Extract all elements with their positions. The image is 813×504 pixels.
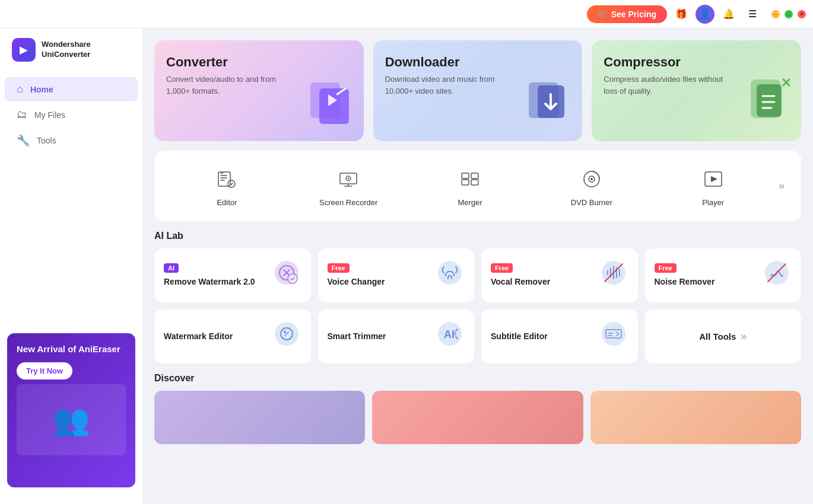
svg-point-27 — [284, 331, 286, 333]
svg-point-22 — [438, 261, 462, 285]
editor-icon — [212, 165, 241, 193]
promo-banner: New Arrival of AniEraser Try It Now 👥 — [7, 333, 135, 487]
ai-card-remove-watermark[interactable]: AI Remove Watermark 2.0 — [154, 248, 311, 302]
tool-player[interactable]: Player — [652, 160, 774, 212]
noise-remover-label: Noise Remover — [655, 276, 715, 287]
svg-point-31 — [602, 322, 625, 346]
sidebar-item-label: My Files — [34, 110, 65, 120]
discover-title: Discover — [154, 373, 801, 384]
gift-icon[interactable]: 🎁 — [672, 5, 691, 24]
tool-dvd-burner[interactable]: DVD Burner — [531, 160, 652, 212]
voice-changer-label: Voice Changer — [328, 276, 385, 287]
voice-changer-icon — [435, 258, 465, 293]
merger-icon — [456, 165, 484, 193]
all-tools-arrow: » — [741, 330, 747, 343]
discover-card-3[interactable] — [590, 391, 801, 444]
compressor-icon — [742, 74, 795, 135]
files-icon: 🗂 — [17, 109, 27, 121]
converter-card[interactable]: Converter Convert video/audio to and fro… — [154, 40, 364, 141]
ai-card-voice-changer[interactable]: Free Voice Changer — [318, 248, 475, 302]
downloader-card[interactable]: Downloader Download video and music from… — [373, 40, 583, 141]
free-badge: Free — [655, 263, 677, 273]
downloader-icon — [523, 74, 576, 135]
close-button[interactable]: ✕ — [798, 10, 806, 18]
smart-trimmer-label: Smart Trimmer — [328, 331, 386, 342]
screen-recorder-icon — [334, 165, 363, 193]
converter-icon — [304, 74, 358, 135]
svg-rect-30 — [453, 332, 456, 336]
ai-card-smart-trimmer[interactable]: Smart Trimmer AI — [318, 310, 475, 363]
subtitle-editor-label: Subtitle Editor — [491, 331, 548, 342]
feature-cards-row: Converter Convert video/audio to and fro… — [154, 40, 801, 141]
free-badge: Free — [328, 263, 350, 273]
svg-point-10 — [348, 178, 350, 180]
sidebar-item-home[interactable]: ⌂ Home — [5, 77, 138, 101]
screen-recorder-label: Screen Recorder — [319, 198, 377, 207]
smart-trimmer-icon: AI — [435, 319, 465, 354]
discover-card-1[interactable] — [154, 391, 365, 444]
compressor-desc: Compress audio/video files without loss … — [604, 74, 724, 97]
promo-image: 👥 — [17, 384, 126, 455]
ai-card-noise-remover[interactable]: Free Noise Remover — [645, 248, 802, 302]
tool-screen-recorder[interactable]: Screen Recorder — [288, 160, 409, 212]
player-label: Player — [702, 198, 724, 207]
compressor-card[interactable]: Compressor Compress audio/video files wi… — [592, 40, 801, 141]
player-icon — [699, 165, 728, 193]
subtitle-editor-icon — [599, 319, 628, 354]
discover-grid — [154, 391, 801, 444]
ai-card-watermark-editor[interactable]: Watermark Editor — [154, 310, 311, 363]
downloader-title: Downloader — [385, 55, 571, 70]
svg-rect-11 — [462, 173, 469, 178]
ai-lab-title: AI Lab — [154, 231, 801, 241]
sidebar-item-myfiles[interactable]: 🗂 My Files — [5, 103, 138, 127]
window-controls: – □ ✕ — [771, 10, 806, 18]
titlebar: 🛒 See Pricing 🎁 👤 🔔 ☰ – □ ✕ — [0, 0, 813, 28]
svg-rect-12 — [471, 173, 478, 178]
svg-rect-13 — [462, 180, 469, 185]
free-badge: Free — [491, 263, 513, 273]
menu-icon[interactable]: ☰ — [743, 5, 762, 24]
ai-card-all-tools[interactable]: All Tools » — [645, 310, 802, 363]
svg-rect-6 — [218, 172, 230, 186]
sidebar: ▶ Wondershare UniConverter ⌂ Home 🗂 My F… — [0, 28, 142, 504]
watermark-editor-icon — [272, 319, 301, 354]
user-icon[interactable]: 👤 — [696, 5, 714, 24]
converter-desc: Convert video/audio to and from 1,000+ f… — [166, 74, 287, 97]
ai-lab-grid: AI Remove Watermark 2.0 Free — [154, 248, 801, 363]
tool-editor[interactable]: Editor — [166, 160, 288, 212]
compressor-title: Compressor — [604, 55, 789, 70]
svg-rect-14 — [471, 180, 478, 185]
sidebar-logo: ▶ Wondershare UniConverter — [0, 38, 142, 76]
tools-more-button[interactable]: » — [774, 175, 789, 197]
tool-merger[interactable]: Merger — [409, 160, 531, 212]
promo-try-button[interactable]: Try It Now — [17, 362, 72, 379]
home-icon: ⌂ — [17, 83, 23, 95]
content-area: Converter Convert video/audio to and fro… — [142, 28, 813, 504]
sidebar-item-tools[interactable]: 🔧 Tools — [5, 128, 138, 153]
downloader-desc: Download video and music from 10,000+ vi… — [385, 74, 506, 97]
ai-badge: AI — [164, 263, 179, 273]
discover-card-2[interactable] — [372, 391, 583, 444]
svg-rect-5 — [757, 84, 782, 117]
dvd-burner-label: DVD Burner — [571, 198, 612, 207]
bell-icon[interactable]: 🔔 — [719, 5, 738, 24]
minimize-button[interactable]: – — [771, 10, 780, 18]
app-logo-icon: ▶ — [12, 38, 36, 62]
tools-row: Editor Screen Recorder — [154, 151, 801, 221]
main-layout: ▶ Wondershare UniConverter ⌂ Home 🗂 My F… — [0, 28, 813, 504]
maximize-button[interactable]: □ — [785, 10, 793, 18]
cart-icon: 🛒 — [598, 9, 608, 19]
promo-title: New Arrival of AniEraser — [17, 343, 126, 355]
ai-card-vocal-remover[interactable]: Free Vocal Remover — [481, 248, 638, 302]
watermark-editor-label: Watermark Editor — [164, 331, 233, 342]
svg-point-17 — [590, 178, 593, 180]
all-tools-label: All Tools — [699, 331, 736, 343]
ai-card-subtitle-editor[interactable]: Subtitle Editor — [481, 310, 638, 363]
noise-remover-icon — [762, 258, 792, 293]
sidebar-nav: ⌂ Home 🗂 My Files 🔧 Tools — [0, 76, 142, 326]
remove-watermark-icon — [272, 258, 301, 293]
see-pricing-button[interactable]: 🛒 See Pricing — [587, 5, 667, 23]
vocal-remover-icon — [599, 258, 628, 293]
remove-watermark-label: Remove Watermark 2.0 — [164, 276, 255, 287]
merger-label: Merger — [458, 198, 482, 207]
